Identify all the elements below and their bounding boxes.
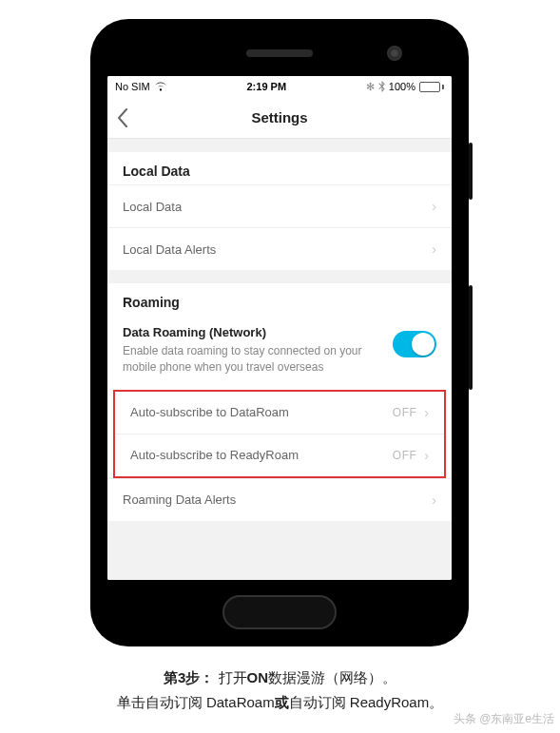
caption: 第3步： 打开ON数据漫游（网络）。 单击自动订阅 DataRoam或自动订阅 …	[0, 665, 560, 714]
value-off: OFF	[393, 449, 417, 462]
row-label: Local Data	[123, 200, 182, 214]
chevron-right-icon: ›	[432, 492, 436, 508]
chevron-right-icon: ›	[424, 405, 429, 420]
screen: No SIM 2:19 PM ✻ 100% Settings	[107, 76, 452, 580]
row-auto-readyroam[interactable]: Auto-subscribe to ReadyRoam OFF ›	[115, 434, 444, 476]
row-local-data-alerts[interactable]: Local Data Alerts ›	[107, 227, 452, 270]
caption-text: 数据漫游（网络）。	[268, 669, 396, 685]
row-label: Auto-subscribe to ReadyRoam	[130, 448, 299, 462]
page-title: Settings	[251, 109, 307, 125]
value-off: OFF	[393, 406, 417, 419]
chevron-right-icon: ›	[432, 241, 436, 257]
chevron-right-icon: ›	[424, 448, 429, 463]
caption-text: 打开	[219, 669, 247, 685]
row-label: Local Data Alerts	[123, 242, 216, 257]
battery-pct: 100%	[389, 81, 415, 92]
status-bar: No SIM 2:19 PM ✻ 100%	[107, 76, 452, 97]
data-roaming-desc: Enable data roaming to stay connected on…	[123, 343, 377, 376]
section-header-local: Local Data	[107, 152, 452, 184]
back-button[interactable]	[117, 97, 128, 138]
wifi-icon	[154, 82, 167, 91]
row-local-data[interactable]: Local Data ›	[107, 184, 452, 227]
volume-button	[469, 285, 473, 390]
clock: 2:19 PM	[246, 81, 286, 92]
bluetooth-icon	[378, 81, 385, 92]
caption-on: ON	[247, 669, 269, 685]
home-button	[222, 595, 337, 629]
nav-bar: Settings	[107, 97, 452, 139]
phone-camera	[387, 46, 402, 61]
settings-status-icon: ✻	[366, 81, 375, 93]
power-button	[469, 143, 473, 200]
carrier-label: No SIM	[115, 81, 150, 92]
caption-text: 自动订阅 ReadyRoam。	[289, 694, 444, 710]
section-roaming: Roaming Data Roaming (Network) Enable da…	[107, 283, 452, 521]
caption-step: 第3步：	[164, 669, 214, 685]
row-roaming-data-alerts[interactable]: Roaming Data Alerts ›	[107, 478, 452, 521]
highlight-box: Auto-subscribe to DataRoam OFF › Auto-su…	[113, 390, 446, 478]
phone-speaker	[246, 49, 313, 57]
section-header-roaming: Roaming	[107, 283, 452, 316]
data-roaming-subhead: Data Roaming (Network)	[123, 325, 377, 339]
row-auto-dataroam[interactable]: Auto-subscribe to DataRoam OFF ›	[115, 392, 444, 434]
battery-icon	[419, 82, 444, 92]
row-label: Auto-subscribe to DataRoam	[130, 405, 289, 419]
chevron-right-icon: ›	[432, 199, 436, 214]
phone-frame: No SIM 2:19 PM ✻ 100% Settings	[90, 19, 469, 646]
row-label: Roaming Data Alerts	[123, 492, 236, 507]
row-data-roaming: Data Roaming (Network) Enable data roami…	[107, 316, 452, 390]
section-local-data: Local Data Local Data › Local Data Alert…	[107, 152, 452, 270]
content-scroll[interactable]: Local Data Local Data › Local Data Alert…	[107, 139, 452, 580]
data-roaming-toggle[interactable]	[393, 331, 436, 357]
caption-or: 或	[275, 694, 289, 710]
watermark: 头条 @东南亚e生活	[454, 711, 554, 727]
caption-text: 单击自动订阅 DataRoam	[117, 694, 275, 710]
